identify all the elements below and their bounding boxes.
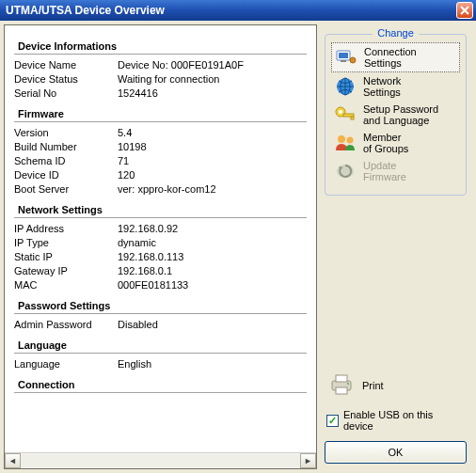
change-legend: Change: [372, 27, 420, 39]
svg-rect-15: [336, 387, 347, 394]
serial-no-value: 1524416: [118, 87, 307, 101]
svg-rect-9: [351, 117, 354, 119]
gateway-value: 192.168.0.1: [118, 264, 307, 278]
details-panel: Device Informations Device NameDevice No…: [4, 24, 317, 469]
people-icon: [333, 133, 357, 153]
device-info-heading: Device Informations: [18, 40, 307, 52]
iptype-label: IP Type: [14, 236, 118, 250]
svg-point-16: [347, 383, 349, 385]
update-firmware-label: UpdateFirmware: [363, 160, 406, 182]
member-groups-item[interactable]: Memberof Groups: [331, 129, 460, 157]
svg-rect-14: [336, 375, 347, 382]
language-heading: Language: [18, 339, 307, 351]
static-value: 192.168.0.113: [118, 250, 307, 264]
scroll-left-button[interactable]: ◄: [5, 453, 21, 468]
connection-settings-item[interactable]: ConnectionSettings: [331, 42, 460, 72]
mac-label: MAC: [14, 278, 118, 292]
svg-point-3: [350, 57, 356, 63]
boot-label: Boot Server: [14, 182, 118, 197]
build-label: Build Number: [14, 140, 118, 154]
key-icon: [333, 104, 357, 125]
ok-button[interactable]: OK: [325, 441, 467, 464]
connection-settings-label: ConnectionSettings: [364, 46, 417, 69]
update-icon: [333, 161, 357, 181]
admin-value: Disabled: [118, 318, 307, 332]
password-language-label: Setup Passwordand Language: [363, 103, 438, 126]
build-value: 10198: [118, 140, 307, 154]
enable-usb-checkbox[interactable]: ✓: [326, 415, 339, 427]
close-button[interactable]: [456, 2, 473, 19]
mac-value: 000FE0181133: [118, 278, 307, 292]
window-title: UTMA/UTSA Device Overview: [6, 4, 165, 17]
lang-label: Language: [14, 357, 118, 371]
globe-icon: [333, 76, 357, 97]
connection-icon: [334, 47, 358, 68]
device-status-label: Device Status: [14, 72, 118, 87]
scroll-track[interactable]: [21, 453, 300, 468]
firmware-heading: Firmware: [18, 108, 307, 119]
device-status-value: Waiting for connection: [118, 72, 307, 87]
network-settings-label: NetworkSettings: [363, 75, 401, 98]
schema-label: Schema ID: [14, 154, 118, 168]
member-groups-label: Memberof Groups: [363, 132, 408, 154]
device-name-value: Device No: 000FE0191A0F: [118, 58, 307, 72]
svg-rect-2: [341, 60, 346, 62]
svg-rect-1: [339, 53, 348, 58]
ip-value: 192.168.0.92: [118, 222, 307, 236]
static-label: Static IP: [14, 250, 118, 264]
admin-label: Admin Password: [14, 318, 118, 332]
schema-value: 71: [118, 154, 307, 168]
scroll-right-button[interactable]: ►: [300, 453, 316, 468]
version-label: Version: [14, 126, 118, 140]
password-heading: Password Settings: [18, 300, 307, 311]
change-group: Change ConnectionSettings NetworkSetting…: [325, 34, 467, 196]
printer-icon: [328, 373, 355, 398]
print-button[interactable]: Print: [325, 368, 467, 403]
network-settings-item[interactable]: NetworkSettings: [331, 72, 460, 101]
enable-usb-label: Enable USB on this device: [343, 409, 465, 432]
horizontal-scrollbar[interactable]: ◄ ►: [5, 452, 316, 468]
boot-value: ver: xppro-kor-com12: [118, 182, 307, 197]
enable-usb-row[interactable]: ✓ Enable USB on this device: [325, 403, 467, 441]
title-bar: UTMA/UTSA Device Overview: [0, 0, 476, 21]
connection-heading: Connection: [18, 379, 307, 390]
actions-panel: Change ConnectionSettings NetworkSetting…: [317, 24, 472, 469]
deviceid-label: Device ID: [14, 168, 118, 182]
ip-label: IP Address: [14, 222, 118, 236]
update-firmware-item: UpdateFirmware: [331, 157, 460, 185]
svg-point-7: [339, 110, 342, 114]
deviceid-value: 120: [118, 168, 307, 182]
gateway-label: Gateway IP: [14, 264, 118, 278]
svg-point-11: [347, 137, 354, 144]
svg-point-10: [338, 135, 345, 143]
ok-label: OK: [389, 447, 404, 458]
serial-no-label: Serial No: [14, 87, 118, 101]
network-heading: Network Settings: [18, 204, 307, 215]
print-label: Print: [362, 380, 384, 391]
version-value: 5.4: [118, 126, 307, 140]
device-name-label: Device Name: [14, 58, 118, 72]
lang-value: English: [118, 357, 307, 371]
iptype-value: dynamic: [118, 236, 307, 250]
password-language-item[interactable]: Setup Passwordand Language: [331, 101, 460, 129]
